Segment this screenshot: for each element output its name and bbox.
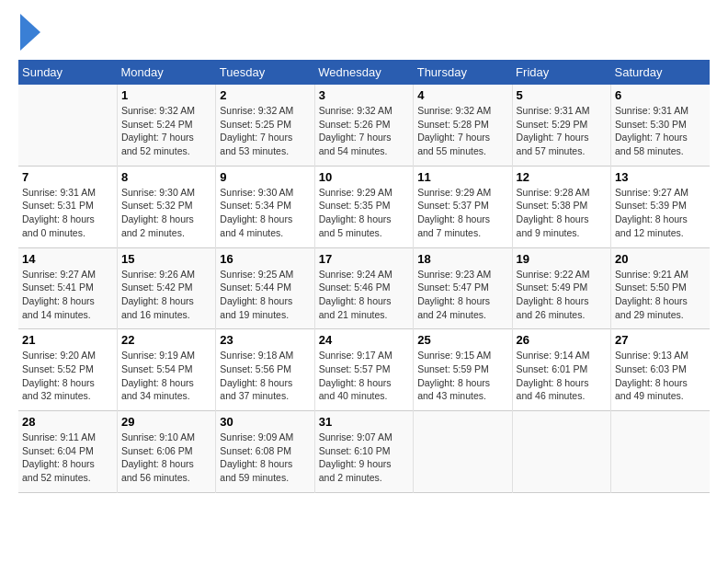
day-number: 20 <box>615 252 706 266</box>
day-info: Sunrise: 9:09 AM Sunset: 6:08 PM Dayligh… <box>220 431 310 485</box>
calendar-header-row: SundayMondayTuesdayWednesdayThursdayFrid… <box>18 60 710 85</box>
day-number: 2 <box>220 88 310 102</box>
day-info: Sunrise: 9:20 AM Sunset: 5:52 PM Dayligh… <box>22 349 113 403</box>
day-number: 16 <box>220 252 310 266</box>
calendar-cell: 4Sunrise: 9:32 AM Sunset: 5:28 PM Daylig… <box>414 85 512 166</box>
day-header-thursday: Thursday <box>414 60 512 85</box>
day-info: Sunrise: 9:31 AM Sunset: 5:30 PM Dayligh… <box>615 104 706 158</box>
calendar-cell: 12Sunrise: 9:28 AM Sunset: 5:38 PM Dayli… <box>512 166 610 247</box>
day-number: 6 <box>615 88 706 102</box>
day-number: 17 <box>319 252 409 266</box>
day-number: 3 <box>319 88 409 102</box>
calendar-cell: 22Sunrise: 9:19 AM Sunset: 5:54 PM Dayli… <box>117 329 215 411</box>
day-number: 30 <box>220 415 310 429</box>
calendar-cell: 25Sunrise: 9:15 AM Sunset: 5:59 PM Dayli… <box>414 329 512 411</box>
day-info: Sunrise: 9:31 AM Sunset: 5:29 PM Dayligh… <box>517 104 607 158</box>
calendar-cell: 28Sunrise: 9:11 AM Sunset: 6:04 PM Dayli… <box>18 411 117 493</box>
day-number: 15 <box>121 252 211 266</box>
calendar-cell: 8Sunrise: 9:30 AM Sunset: 5:32 PM Daylig… <box>117 166 215 247</box>
calendar-cell: 19Sunrise: 9:22 AM Sunset: 5:49 PM Dayli… <box>512 247 610 329</box>
calendar-week-row: 14Sunrise: 9:27 AM Sunset: 5:41 PM Dayli… <box>18 247 710 329</box>
day-info: Sunrise: 9:23 AM Sunset: 5:47 PM Dayligh… <box>417 268 507 322</box>
calendar-week-row: 21Sunrise: 9:20 AM Sunset: 5:52 PM Dayli… <box>18 329 710 411</box>
calendar-cell: 18Sunrise: 9:23 AM Sunset: 5:47 PM Dayli… <box>414 247 512 329</box>
day-header-saturday: Saturday <box>611 60 710 85</box>
day-info: Sunrise: 9:32 AM Sunset: 5:25 PM Dayligh… <box>220 104 310 158</box>
calendar-week-row: 1Sunrise: 9:32 AM Sunset: 5:24 PM Daylig… <box>18 85 710 166</box>
day-number: 12 <box>517 170 607 184</box>
day-number: 21 <box>22 333 113 347</box>
calendar-cell: 29Sunrise: 9:10 AM Sunset: 6:06 PM Dayli… <box>117 411 215 493</box>
day-number: 28 <box>22 415 113 429</box>
day-info: Sunrise: 9:24 AM Sunset: 5:46 PM Dayligh… <box>319 268 409 322</box>
day-number: 19 <box>517 252 607 266</box>
day-number: 26 <box>517 333 607 347</box>
calendar-week-row: 28Sunrise: 9:11 AM Sunset: 6:04 PM Dayli… <box>18 411 710 493</box>
day-header-friday: Friday <box>512 60 610 85</box>
day-info: Sunrise: 9:32 AM Sunset: 5:26 PM Dayligh… <box>319 104 409 158</box>
day-info: Sunrise: 9:30 AM Sunset: 5:34 PM Dayligh… <box>220 186 310 240</box>
calendar-cell: 10Sunrise: 9:29 AM Sunset: 5:35 PM Dayli… <box>314 166 413 247</box>
calendar-cell: 21Sunrise: 9:20 AM Sunset: 5:52 PM Dayli… <box>18 329 117 411</box>
day-info: Sunrise: 9:10 AM Sunset: 6:06 PM Dayligh… <box>121 431 211 485</box>
day-number: 1 <box>121 88 211 102</box>
day-info: Sunrise: 9:15 AM Sunset: 5:59 PM Dayligh… <box>417 349 507 403</box>
calendar-cell: 27Sunrise: 9:13 AM Sunset: 6:03 PM Dayli… <box>611 329 710 411</box>
day-info: Sunrise: 9:27 AM Sunset: 5:41 PM Dayligh… <box>22 268 113 322</box>
day-header-wednesday: Wednesday <box>314 60 413 85</box>
day-info: Sunrise: 9:22 AM Sunset: 5:49 PM Dayligh… <box>517 268 607 322</box>
day-info: Sunrise: 9:17 AM Sunset: 5:57 PM Dayligh… <box>319 349 409 403</box>
day-header-sunday: Sunday <box>18 60 117 85</box>
day-number: 14 <box>22 252 113 266</box>
calendar-cell: 11Sunrise: 9:29 AM Sunset: 5:37 PM Dayli… <box>414 166 512 247</box>
calendar-cell: 15Sunrise: 9:26 AM Sunset: 5:42 PM Dayli… <box>117 247 215 329</box>
day-number: 25 <box>417 333 507 347</box>
calendar-cell: 2Sunrise: 9:32 AM Sunset: 5:25 PM Daylig… <box>216 85 314 166</box>
calendar-cell: 30Sunrise: 9:09 AM Sunset: 6:08 PM Dayli… <box>216 411 314 493</box>
calendar-cell: 17Sunrise: 9:24 AM Sunset: 5:46 PM Dayli… <box>314 247 413 329</box>
day-info: Sunrise: 9:32 AM Sunset: 5:28 PM Dayligh… <box>417 104 507 158</box>
day-number: 5 <box>517 88 607 102</box>
day-number: 18 <box>417 252 507 266</box>
day-info: Sunrise: 9:26 AM Sunset: 5:42 PM Dayligh… <box>121 268 211 322</box>
day-number: 31 <box>319 415 409 429</box>
day-number: 4 <box>417 88 507 102</box>
calendar-cell <box>18 85 117 166</box>
day-number: 10 <box>319 170 409 184</box>
calendar-cell: 23Sunrise: 9:18 AM Sunset: 5:56 PM Dayli… <box>216 329 314 411</box>
calendar-cell: 6Sunrise: 9:31 AM Sunset: 5:30 PM Daylig… <box>611 85 710 166</box>
day-info: Sunrise: 9:28 AM Sunset: 5:38 PM Dayligh… <box>517 186 607 240</box>
day-number: 7 <box>22 170 113 184</box>
calendar-cell: 9Sunrise: 9:30 AM Sunset: 5:34 PM Daylig… <box>216 166 314 247</box>
day-info: Sunrise: 9:30 AM Sunset: 5:32 PM Dayligh… <box>121 186 211 240</box>
day-number: 9 <box>220 170 310 184</box>
calendar-cell: 20Sunrise: 9:21 AM Sunset: 5:50 PM Dayli… <box>611 247 710 329</box>
day-header-monday: Monday <box>117 60 215 85</box>
day-info: Sunrise: 9:25 AM Sunset: 5:44 PM Dayligh… <box>220 268 310 322</box>
page-header <box>18 18 710 51</box>
calendar-cell: 5Sunrise: 9:31 AM Sunset: 5:29 PM Daylig… <box>512 85 610 166</box>
day-number: 27 <box>615 333 706 347</box>
day-number: 22 <box>121 333 211 347</box>
calendar-cell: 31Sunrise: 9:07 AM Sunset: 6:10 PM Dayli… <box>314 411 413 493</box>
calendar-cell: 1Sunrise: 9:32 AM Sunset: 5:24 PM Daylig… <box>117 85 215 166</box>
calendar-cell: 24Sunrise: 9:17 AM Sunset: 5:57 PM Dayli… <box>314 329 413 411</box>
day-number: 8 <box>121 170 211 184</box>
day-number: 11 <box>417 170 507 184</box>
calendar-cell <box>611 411 710 493</box>
day-info: Sunrise: 9:27 AM Sunset: 5:39 PM Dayligh… <box>615 186 706 240</box>
calendar-cell: 13Sunrise: 9:27 AM Sunset: 5:39 PM Dayli… <box>611 166 710 247</box>
day-info: Sunrise: 9:11 AM Sunset: 6:04 PM Dayligh… <box>22 431 113 485</box>
day-number: 24 <box>319 333 409 347</box>
day-info: Sunrise: 9:07 AM Sunset: 6:10 PM Dayligh… <box>319 431 409 485</box>
calendar-cell <box>512 411 610 493</box>
logo <box>18 18 40 51</box>
calendar-cell: 7Sunrise: 9:31 AM Sunset: 5:31 PM Daylig… <box>18 166 117 247</box>
calendar-table: SundayMondayTuesdayWednesdayThursdayFrid… <box>18 60 710 493</box>
calendar-cell <box>414 411 512 493</box>
day-info: Sunrise: 9:14 AM Sunset: 6:01 PM Dayligh… <box>517 349 607 403</box>
day-info: Sunrise: 9:19 AM Sunset: 5:54 PM Dayligh… <box>121 349 211 403</box>
day-number: 29 <box>121 415 211 429</box>
day-info: Sunrise: 9:29 AM Sunset: 5:37 PM Dayligh… <box>417 186 507 240</box>
calendar-cell: 3Sunrise: 9:32 AM Sunset: 5:26 PM Daylig… <box>314 85 413 166</box>
